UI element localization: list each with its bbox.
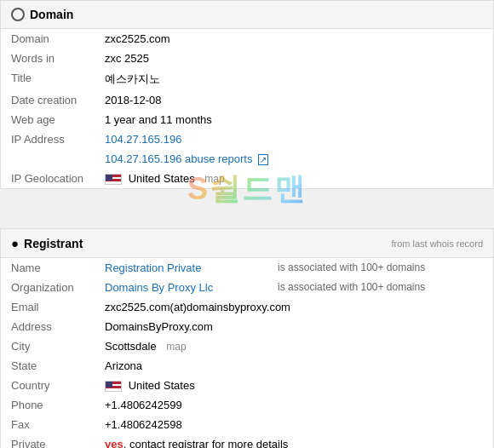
external-link-icon: ↗ — [258, 154, 268, 165]
us-flag-icon — [105, 174, 122, 185]
table-row: Organization Domains By Proxy Llc is ass… — [1, 278, 493, 297]
label-name: Name — [1, 258, 95, 278]
value-state: Arizona — [95, 356, 493, 376]
label-domain: Domain — [1, 29, 95, 49]
label-address: Address — [1, 317, 95, 336]
value-country: United States — [95, 376, 493, 395]
org-associated: is associated with 100+ domains — [267, 278, 493, 297]
label-phone: Phone — [1, 395, 95, 415]
value-address: DomainsByProxy.com — [95, 317, 493, 336]
geo-map-link[interactable]: map — [204, 173, 224, 185]
value-web-age: 1 year and 11 months — [95, 110, 493, 129]
value-domain: zxc2525.com — [95, 29, 493, 49]
label-empty — [1, 149, 95, 169]
label-city: City — [1, 336, 95, 356]
table-row: Address DomainsByProxy.com — [1, 317, 493, 336]
table-row: Title 예스카지노 — [1, 68, 493, 90]
label-words: Words in — [1, 49, 95, 68]
value-date-creation: 2018-12-08 — [95, 90, 493, 110]
registrant-header-note: from last whois record — [391, 238, 483, 249]
registrant-header-label: Registrant — [24, 237, 83, 250]
value-city: Scottsdale map — [95, 336, 493, 356]
value-phone: +1.4806242599 — [95, 395, 493, 415]
table-row: Date creation 2018-12-08 — [1, 90, 493, 110]
value-geolocation: United States map — [95, 169, 493, 188]
value-ip: 104.27.165.196 — [95, 129, 493, 149]
geolocation-country: United States — [129, 172, 195, 185]
label-email: Email — [1, 297, 95, 317]
label-web-age: Web age — [1, 110, 95, 129]
label-state: State — [1, 356, 95, 376]
registrant-section: ● Registrant from last whois record Name… — [0, 228, 494, 448]
table-row: Phone +1.4806242599 — [1, 395, 493, 415]
table-row: State Arizona — [1, 356, 493, 376]
registrant-info-table: Name Registration Private is associated … — [1, 258, 493, 448]
label-country: Country — [1, 376, 95, 395]
name-associated: is associated with 100+ domains — [267, 258, 493, 278]
table-row: IP Address 104.27.165.196 — [1, 129, 493, 149]
value-abuse: 104.27.165.196 abuse reports ↗ — [95, 149, 493, 169]
domain-section-header: Domain — [1, 1, 493, 29]
label-fax: Fax — [1, 415, 95, 434]
value-words: zxc 2525 — [95, 49, 493, 68]
table-row: 104.27.165.196 abuse reports ↗ — [1, 149, 493, 169]
table-row: Name Registration Private is associated … — [1, 258, 493, 278]
value-name: Registration Private — [95, 258, 267, 278]
org-link[interactable]: Domains By Proxy Llc — [105, 281, 213, 294]
table-row: Words in zxc 2525 — [1, 49, 493, 68]
person-icon: ● — [11, 236, 19, 250]
value-fax: +1.4806242598 — [95, 415, 493, 434]
label-ip: IP Address — [1, 129, 95, 149]
label-title: Title — [1, 68, 95, 90]
table-row: IP Geolocation United States map — [1, 169, 493, 188]
table-row: Web age 1 year and 11 months — [1, 110, 493, 129]
value-email: zxc2525.com(at)domainsbyproxy.com — [95, 297, 493, 317]
label-date-creation: Date creation — [1, 90, 95, 110]
abuse-link[interactable]: 104.27.165.196 abuse reports — [105, 152, 252, 165]
domain-info-table: Domain zxc2525.com Words in zxc 2525 Tit… — [1, 29, 493, 188]
watermark-spacer — [0, 194, 494, 228]
ip-link[interactable]: 104.27.165.196 — [105, 133, 181, 146]
country-name: United States — [129, 379, 195, 392]
table-row: Fax +1.4806242598 — [1, 415, 493, 434]
table-row: Domain zxc2525.com — [1, 29, 493, 49]
label-geolocation: IP Geolocation — [1, 169, 95, 188]
table-row: Private yes, contact registrar for more … — [1, 434, 493, 448]
label-private: Private — [1, 434, 95, 448]
label-org: Organization — [1, 278, 95, 297]
private-yes: yes — [105, 438, 124, 448]
table-row: Email zxc2525.com(at)domainsbyproxy.com — [1, 297, 493, 317]
domain-section: Domain Domain zxc2525.com Words in zxc 2… — [0, 0, 494, 189]
country-flag-icon — [105, 381, 122, 392]
globe-icon — [11, 8, 25, 21]
value-title: 예스카지노 — [95, 68, 493, 90]
private-text: , contact registrar for more details — [124, 438, 289, 448]
domain-header-label: Domain — [30, 8, 73, 21]
table-row: City Scottsdale map — [1, 336, 493, 356]
table-row: Country United States — [1, 376, 493, 395]
value-private: yes, contact registrar for more details — [95, 434, 493, 448]
name-link[interactable]: Registration Private — [105, 261, 201, 274]
registrant-section-header: ● Registrant from last whois record — [1, 229, 493, 258]
value-org: Domains By Proxy Llc — [95, 278, 267, 297]
registrant-header-left: ● Registrant — [11, 236, 83, 250]
city-map-link[interactable]: map — [166, 341, 186, 353]
